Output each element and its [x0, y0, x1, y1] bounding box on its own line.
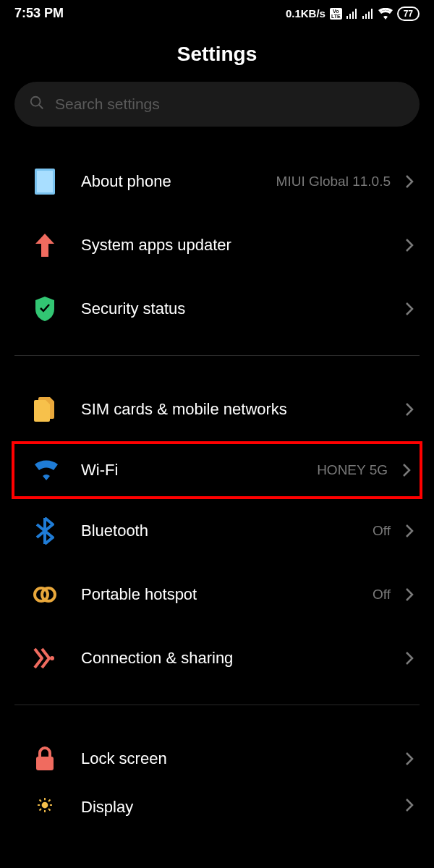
hotspot-icon	[14, 585, 75, 604]
divider	[14, 355, 420, 356]
chevron-right-icon	[405, 302, 414, 316]
phone-icon	[14, 169, 75, 195]
svg-point-6	[50, 656, 54, 660]
row-label: SIM cards & mobile networks	[81, 400, 399, 419]
chevron-right-icon	[405, 174, 414, 189]
row-system-apps-updater[interactable]: System apps updater	[0, 213, 434, 277]
chevron-right-icon	[405, 798, 414, 812]
arrow-up-icon	[14, 232, 75, 258]
status-indicators: 0.1KB/s VoLTE 77	[286, 7, 420, 21]
row-label: Security status	[81, 299, 399, 318]
row-label: Wi-Fi	[81, 461, 311, 480]
signal-icon-1	[346, 9, 358, 19]
page-title: Settings	[0, 43, 434, 66]
wifi-icon	[17, 460, 75, 480]
svg-line-16	[40, 809, 42, 811]
connection-icon	[14, 647, 75, 669]
brightness-icon	[14, 798, 75, 812]
bluetooth-icon	[14, 517, 75, 545]
row-value: Off	[373, 523, 391, 539]
row-label: Portable hotspot	[81, 585, 367, 604]
row-lock-screen[interactable]: Lock screen	[0, 727, 434, 791]
row-sim-cards[interactable]: SIM cards & mobile networks	[0, 378, 434, 441]
chevron-right-icon	[402, 463, 411, 477]
chevron-right-icon	[405, 402, 414, 417]
status-time: 7:53 PM	[14, 6, 64, 21]
chevron-right-icon	[405, 752, 414, 766]
svg-rect-3	[37, 171, 53, 192]
row-wifi[interactable]: Wi-Fi HONEY 5G	[12, 441, 422, 499]
row-label: About phone	[81, 172, 271, 191]
row-value: HONEY 5G	[317, 462, 388, 478]
row-about-phone[interactable]: About phone MIUI Global 11.0.5	[0, 150, 434, 213]
chevron-right-icon	[405, 238, 414, 252]
row-security-status[interactable]: Security status	[0, 277, 434, 341]
chevron-right-icon	[405, 587, 414, 602]
row-value: Off	[373, 587, 391, 603]
svg-line-13	[40, 800, 42, 802]
svg-point-0	[31, 97, 41, 106]
row-bluetooth[interactable]: Bluetooth Off	[0, 499, 434, 563]
chevron-right-icon	[405, 651, 414, 665]
row-label: Bluetooth	[81, 522, 367, 540]
network-speed: 0.1KB/s	[286, 7, 326, 20]
chevron-right-icon	[405, 524, 414, 538]
svg-line-15	[48, 800, 51, 802]
signal-icon-2	[362, 9, 374, 19]
wifi-status-icon	[378, 8, 393, 20]
svg-line-14	[48, 809, 51, 811]
row-display[interactable]: Display	[0, 791, 434, 827]
settings-list: About phone MIUI Global 11.0.5 System ap…	[0, 150, 434, 827]
svg-rect-7	[36, 757, 54, 770]
row-label: Connection & sharing	[81, 649, 399, 668]
status-bar: 7:53 PM 0.1KB/s VoLTE 77	[0, 0, 434, 25]
row-label: Display	[81, 798, 399, 817]
shield-check-icon	[14, 296, 75, 322]
divider	[14, 705, 420, 705]
svg-point-8	[42, 802, 48, 809]
lock-icon	[14, 746, 75, 771]
svg-line-1	[39, 105, 43, 109]
search-icon	[29, 95, 45, 114]
search-input[interactable]	[55, 95, 405, 113]
search-bar[interactable]	[14, 82, 420, 127]
row-label: System apps updater	[81, 236, 399, 255]
sim-icon	[14, 397, 75, 422]
row-connection-sharing[interactable]: Connection & sharing	[0, 626, 434, 690]
battery-indicator: 77	[397, 7, 420, 21]
row-label: Lock screen	[81, 749, 399, 768]
volte-icon: VoLTE	[330, 8, 342, 20]
row-value: MIUI Global 11.0.5	[276, 174, 391, 190]
row-portable-hotspot[interactable]: Portable hotspot Off	[0, 563, 434, 626]
